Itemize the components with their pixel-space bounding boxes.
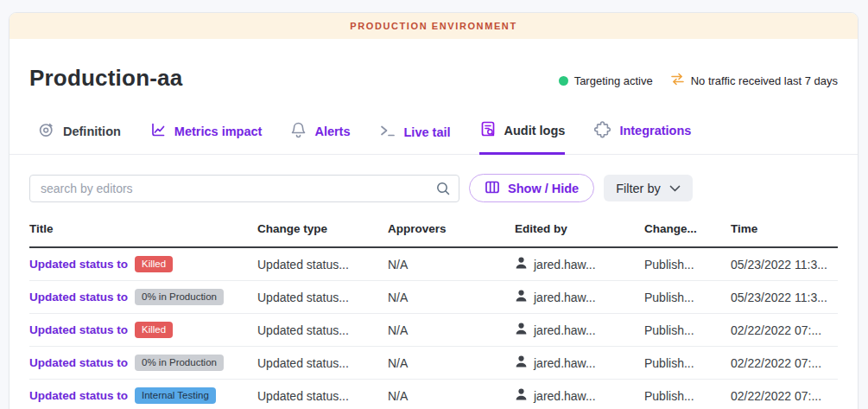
change-type-cell: Updated status... — [257, 291, 388, 304]
column-change: Change... — [644, 222, 731, 235]
change-type-cell: Updated status... — [257, 258, 388, 272]
person-icon — [515, 256, 528, 272]
edited-by-name: jared.haw... — [534, 258, 596, 272]
table-row[interactable]: Updated status to Killed Updated status.… — [29, 248, 838, 281]
edited-by-name: jared.haw... — [534, 389, 596, 403]
approvers-cell: N/A — [388, 323, 515, 337]
change-cell: Publish... — [644, 291, 731, 304]
search-input[interactable] — [29, 175, 459, 202]
production-environment-banner: PRODUCTION ENVIRONMENT — [10, 13, 858, 39]
search-icon — [435, 181, 451, 200]
tab-live-tail[interactable]: Live tail — [379, 123, 451, 155]
column-edited-by: Edited by — [515, 222, 644, 235]
edited-by-cell: jared.haw... — [515, 322, 644, 338]
traffic-status-label: No traffic received last 7 days — [691, 74, 838, 87]
column-approvers: Approvers — [388, 222, 515, 235]
tab-alerts-label: Alerts — [314, 125, 350, 138]
tab-bar: Definition Metrics impact Alerts Live ta… — [10, 120, 858, 155]
status-indicators: Targeting active No traffic received las… — [559, 73, 838, 92]
audit-log-toolbar: Show / Hide Filter by — [10, 174, 858, 202]
status-badge: Killed — [135, 322, 173, 338]
edited-by-cell: jared.haw... — [515, 387, 644, 404]
status-badge: 0% in Production — [135, 355, 224, 371]
audit-log-icon — [479, 120, 497, 141]
edited-by-name: jared.haw... — [534, 291, 596, 304]
page-header: Production-aa Targeting active No traffi… — [10, 39, 858, 92]
filter-by-label: Filter by — [616, 182, 661, 195]
time-cell: 02/22/2022 07:... — [731, 389, 838, 403]
status-badge: Killed — [135, 256, 173, 272]
column-title: Title — [29, 222, 257, 235]
change-type-cell: Updated status... — [257, 323, 388, 337]
row-title-link[interactable]: Updated status to — [29, 291, 128, 304]
row-title-link[interactable]: Updated status to — [29, 258, 128, 271]
person-icon — [515, 387, 528, 404]
show-hide-button[interactable]: Show / Hide — [469, 174, 594, 202]
approvers-cell: N/A — [388, 356, 515, 370]
tab-definition-label: Definition — [63, 125, 121, 138]
change-cell: Publish... — [644, 323, 731, 337]
traffic-arrows-icon — [670, 73, 685, 88]
edited-by-cell: jared.haw... — [515, 256, 644, 272]
change-type-cell: Updated status... — [257, 389, 388, 403]
chevron-down-icon — [669, 182, 681, 195]
tab-metrics-impact-label: Metrics impact — [174, 125, 263, 138]
table-row[interactable]: Updated status to Killed Updated status.… — [29, 314, 838, 347]
table-row[interactable]: Updated status to Internal Testing Updat… — [29, 380, 838, 409]
table-row[interactable]: Updated status to 0% in Production Updat… — [29, 281, 838, 314]
green-dot-icon — [559, 76, 568, 86]
metrics-icon — [149, 121, 167, 141]
change-cell: Publish... — [644, 356, 731, 370]
columns-icon — [485, 180, 500, 197]
time-cell: 02/22/2022 07:... — [731, 323, 838, 337]
terminal-icon — [379, 123, 396, 141]
edited-by-name: jared.haw... — [534, 356, 596, 370]
person-icon — [515, 289, 528, 305]
person-icon — [515, 322, 528, 338]
row-title-link[interactable]: Updated status to — [29, 389, 128, 402]
approvers-cell: N/A — [388, 291, 515, 304]
edited-by-cell: jared.haw... — [515, 289, 644, 305]
traffic-status: No traffic received last 7 days — [670, 73, 838, 88]
tab-audit-logs-label: Audit logs — [504, 124, 566, 137]
column-time: Time — [731, 222, 838, 235]
targeting-status: Targeting active — [559, 74, 653, 87]
tab-alerts[interactable]: Alerts — [290, 121, 350, 155]
column-change-type: Change type — [257, 222, 388, 235]
time-cell: 05/23/2022 11:3... — [731, 258, 838, 272]
tab-metrics-impact[interactable]: Metrics impact — [149, 121, 263, 155]
change-cell: Publish... — [644, 258, 731, 272]
edited-by-name: jared.haw... — [534, 323, 596, 337]
tab-audit-logs[interactable]: Audit logs — [479, 120, 566, 155]
approvers-cell: N/A — [388, 258, 515, 272]
edited-by-cell: jared.haw... — [515, 355, 644, 371]
change-cell: Publish... — [644, 389, 731, 403]
banner-label: PRODUCTION ENVIRONMENT — [350, 21, 516, 31]
tab-live-tail-label: Live tail — [404, 125, 451, 139]
change-type-cell: Updated status... — [257, 356, 388, 370]
time-cell: 05/23/2022 11:3... — [731, 291, 838, 304]
page-title: Production-aa — [29, 65, 182, 92]
table-header: Title Change type Approvers Edited by Ch… — [29, 217, 838, 248]
table-row[interactable]: Updated status to 0% in Production Updat… — [29, 347, 838, 380]
definition-icon — [38, 121, 55, 141]
puzzle-icon — [593, 120, 611, 141]
tab-definition[interactable]: Definition — [38, 121, 121, 155]
time-cell: 02/22/2022 07:... — [731, 356, 838, 370]
status-badge: Internal Testing — [135, 387, 216, 404]
status-badge: 0% in Production — [135, 289, 224, 305]
filter-by-button[interactable]: Filter by — [604, 175, 693, 201]
row-title-link[interactable]: Updated status to — [29, 323, 128, 336]
search-box — [29, 175, 459, 202]
environment-card: PRODUCTION ENVIRONMENT Production-aa Tar… — [9, 12, 858, 409]
audit-log-table: Title Change type Approvers Edited by Ch… — [10, 217, 858, 409]
person-icon — [515, 355, 528, 371]
row-title-link[interactable]: Updated status to — [29, 356, 128, 369]
tab-integrations[interactable]: Integrations — [593, 120, 691, 155]
approvers-cell: N/A — [388, 389, 515, 403]
targeting-status-label: Targeting active — [574, 74, 653, 87]
bell-icon — [290, 121, 307, 141]
show-hide-label: Show / Hide — [508, 182, 579, 195]
tab-integrations-label: Integrations — [619, 124, 691, 137]
